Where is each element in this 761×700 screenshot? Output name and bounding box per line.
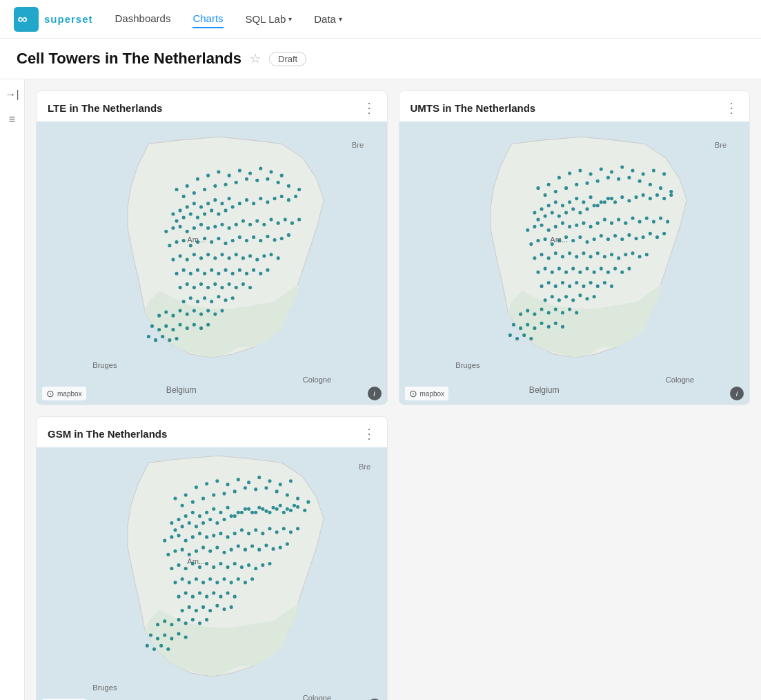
svg-point-438 bbox=[188, 553, 191, 556]
svg-point-328 bbox=[540, 307, 543, 311]
svg-point-289 bbox=[631, 251, 634, 255]
svg-point-485 bbox=[212, 592, 215, 595]
svg-point-241 bbox=[575, 224, 578, 227]
svg-point-127 bbox=[179, 286, 182, 289]
chart-card-lte: LTE in The Netherlands ⋮ Bre Am... bbox=[36, 90, 388, 405]
svg-point-383 bbox=[212, 507, 215, 511]
svg-point-191 bbox=[564, 186, 568, 190]
map-lte: Bre Am... Bruges Belgium Cologne bbox=[37, 121, 387, 405]
svg-point-25 bbox=[235, 181, 238, 184]
svg-point-395 bbox=[296, 505, 299, 509]
svg-point-114 bbox=[182, 269, 186, 272]
svg-point-26 bbox=[245, 177, 248, 181]
svg-point-507 bbox=[163, 633, 166, 636]
svg-point-477 bbox=[237, 577, 240, 581]
svg-point-500 bbox=[177, 618, 181, 621]
svg-point-68 bbox=[228, 226, 231, 230]
svg-point-422 bbox=[212, 534, 215, 537]
svg-point-457 bbox=[198, 565, 201, 569]
svg-point-88 bbox=[231, 239, 235, 242]
svg-point-207 bbox=[568, 200, 571, 204]
svg-point-96 bbox=[287, 233, 290, 237]
svg-point-140 bbox=[196, 300, 199, 303]
svg-point-122 bbox=[238, 269, 241, 272]
svg-point-499 bbox=[170, 623, 173, 626]
nav-charts[interactable]: Charts bbox=[192, 10, 223, 28]
svg-point-280 bbox=[568, 251, 571, 255]
svg-point-437 bbox=[181, 548, 184, 552]
svg-point-119 bbox=[217, 272, 220, 275]
svg-point-107 bbox=[241, 256, 245, 260]
svg-point-454 bbox=[177, 563, 181, 567]
logo[interactable]: ∞ superset bbox=[14, 7, 93, 32]
svg-point-409 bbox=[257, 506, 261, 509]
mapbox-label-lte: mapbox bbox=[57, 390, 82, 398]
collapse-sidebar-button[interactable]: →| bbox=[3, 85, 22, 104]
svg-point-301 bbox=[599, 267, 602, 271]
svg-point-295 bbox=[557, 267, 560, 271]
svg-point-365 bbox=[191, 500, 195, 504]
svg-point-398 bbox=[181, 525, 184, 528]
svg-point-483 bbox=[198, 592, 201, 595]
svg-point-488 bbox=[233, 595, 237, 599]
svg-point-141 bbox=[203, 296, 206, 300]
svg-point-42 bbox=[182, 215, 186, 219]
svg-point-376 bbox=[306, 500, 310, 504]
svg-point-335 bbox=[519, 327, 522, 330]
svg-point-448 bbox=[257, 548, 261, 552]
svg-point-482 bbox=[191, 595, 195, 599]
more-options-umts-button[interactable]: ⋮ bbox=[724, 101, 738, 115]
svg-point-103 bbox=[213, 256, 217, 260]
svg-point-148 bbox=[171, 314, 175, 318]
svg-point-361 bbox=[289, 479, 293, 483]
svg-point-228 bbox=[634, 195, 638, 199]
page-header: Cell Towers in The Netherlands ☆ Draft bbox=[0, 39, 761, 79]
svg-point-319 bbox=[557, 298, 560, 302]
svg-point-35 bbox=[192, 202, 196, 205]
logo-text: superset bbox=[44, 13, 93, 25]
svg-point-256 bbox=[536, 239, 540, 242]
svg-point-380 bbox=[191, 511, 195, 514]
info-button-lte[interactable]: i bbox=[368, 387, 382, 400]
nav-data[interactable]: Data ▾ bbox=[314, 13, 342, 25]
svg-point-304 bbox=[620, 271, 624, 274]
svg-point-90 bbox=[245, 239, 248, 242]
svg-point-126 bbox=[266, 269, 269, 272]
svg-point-194 bbox=[595, 179, 599, 183]
svg-point-386 bbox=[233, 514, 237, 518]
svg-point-150 bbox=[186, 313, 189, 316]
svg-point-514 bbox=[166, 648, 170, 651]
svg-point-323 bbox=[585, 297, 589, 300]
more-options-lte-button[interactable]: ⋮ bbox=[362, 101, 376, 115]
filter-button[interactable]: ≡ bbox=[3, 110, 22, 129]
nav-sqllab[interactable]: SQL Lab ▾ bbox=[246, 13, 293, 25]
svg-point-213 bbox=[610, 197, 613, 200]
svg-point-392 bbox=[275, 507, 279, 511]
favorite-star-icon[interactable]: ☆ bbox=[250, 51, 261, 66]
svg-point-39 bbox=[220, 202, 224, 205]
info-button-umts[interactable]: i bbox=[730, 387, 744, 400]
svg-point-296 bbox=[564, 271, 568, 274]
svg-point-345 bbox=[529, 337, 533, 340]
svg-point-434 bbox=[296, 527, 299, 530]
svg-point-410 bbox=[264, 509, 268, 513]
svg-point-86 bbox=[217, 237, 220, 240]
svg-point-254 bbox=[666, 220, 669, 224]
main-container: →| ≡ LTE in The Netherlands ⋮ bbox=[0, 79, 761, 700]
svg-point-421 bbox=[205, 535, 208, 538]
svg-point-403 bbox=[215, 521, 219, 525]
svg-point-222 bbox=[592, 204, 595, 207]
svg-point-298 bbox=[578, 271, 582, 274]
svg-point-117 bbox=[203, 272, 206, 275]
svg-point-291 bbox=[644, 253, 648, 256]
svg-point-250 bbox=[638, 220, 641, 224]
nav-dashboards[interactable]: Dashboards bbox=[115, 10, 171, 28]
more-options-gsm-button[interactable]: ⋮ bbox=[362, 427, 376, 440]
svg-text:Bre: Bre bbox=[714, 141, 726, 149]
svg-point-76 bbox=[284, 218, 287, 222]
svg-point-192 bbox=[575, 183, 578, 186]
svg-point-223 bbox=[599, 200, 602, 204]
svg-point-498 bbox=[163, 619, 166, 623]
svg-point-17 bbox=[280, 174, 284, 177]
svg-point-334 bbox=[511, 323, 515, 327]
